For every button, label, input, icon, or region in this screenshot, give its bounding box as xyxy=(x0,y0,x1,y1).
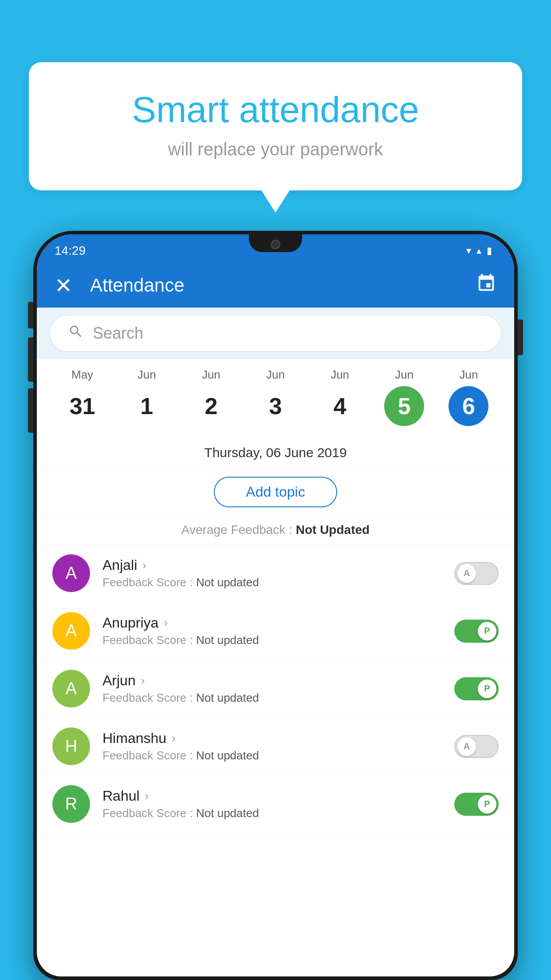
attendance-toggle[interactable]: P xyxy=(454,677,499,700)
speech-bubble: Smart attendance will replace your paper… xyxy=(29,62,522,190)
app-bar-title: Attendance xyxy=(90,275,458,296)
calendar-day-2[interactable]: Jun2 xyxy=(187,368,236,426)
attendance-toggle[interactable]: P xyxy=(454,793,499,816)
student-feedback: Feedback Score : Not updated xyxy=(102,749,442,763)
student-item: HHimanshu ›Feedback Score : Not updatedA xyxy=(37,718,514,775)
calendar-day-1[interactable]: Jun1 xyxy=(122,368,171,426)
calendar-days: May31Jun1Jun2Jun3Jun4Jun5Jun6 xyxy=(50,368,501,431)
attendance-toggle-container: P xyxy=(454,793,499,816)
phone-frame: 14:29 ▾ ▴ ▮ ✕ Attendance xyxy=(33,231,518,980)
student-avatar: R xyxy=(52,785,90,823)
student-name[interactable]: Anjali › xyxy=(102,557,442,573)
toggle-knob: A xyxy=(457,564,476,583)
student-avatar: A xyxy=(52,670,90,707)
speech-bubble-title: Smart attendance xyxy=(64,89,487,130)
add-topic-container: Add topic xyxy=(37,467,514,516)
status-icons: ▾ ▴ ▮ xyxy=(466,245,492,257)
selected-date-info: Thursday, 06 June 2019 xyxy=(37,437,514,467)
search-bar[interactable]: Search xyxy=(50,316,501,351)
student-name[interactable]: Himanshu › xyxy=(102,730,442,747)
calendar-button[interactable] xyxy=(476,273,496,298)
toggle-knob: P xyxy=(478,622,496,640)
speech-bubble-subtitle: will replace your paperwork xyxy=(64,139,487,159)
calendar-day-31[interactable]: May31 xyxy=(58,368,107,426)
chevron-right-icon: › xyxy=(164,616,168,630)
notch xyxy=(249,234,302,252)
volume-down-button xyxy=(28,337,33,382)
wifi-icon: ▾ xyxy=(466,245,471,257)
calendar-day-6[interactable]: Jun6 xyxy=(444,368,493,426)
avg-feedback-value: Not Updated xyxy=(296,523,370,537)
toggle-knob: P xyxy=(478,795,496,814)
search-container: Search xyxy=(37,308,514,359)
calendar-day-3[interactable]: Jun3 xyxy=(251,368,300,426)
phone-screen: 14:29 ▾ ▴ ▮ ✕ Attendance xyxy=(37,234,514,976)
app-bar: ✕ Attendance xyxy=(37,263,514,308)
search-placeholder: Search xyxy=(93,324,143,343)
attendance-toggle[interactable]: A xyxy=(454,562,499,585)
calendar-day-4[interactable]: Jun4 xyxy=(315,368,364,426)
add-topic-button[interactable]: Add topic xyxy=(214,477,337,507)
attendance-toggle[interactable]: P xyxy=(454,620,499,643)
toggle-knob: P xyxy=(478,680,496,698)
close-button[interactable]: ✕ xyxy=(55,273,72,298)
attendance-toggle[interactable]: A xyxy=(454,735,499,758)
calendar-strip: May31Jun1Jun2Jun3Jun4Jun5Jun6 xyxy=(37,359,514,437)
chevron-right-icon: › xyxy=(142,558,146,572)
volume-up-button xyxy=(28,302,33,328)
attendance-toggle-container: P xyxy=(454,677,499,700)
attendance-toggle-container: A xyxy=(454,562,499,585)
speech-bubble-container: Smart attendance will replace your paper… xyxy=(29,62,522,190)
student-feedback: Feedback Score : Not updated xyxy=(102,806,442,820)
power-button xyxy=(518,320,523,355)
attendance-toggle-container: P xyxy=(454,620,499,643)
avg-feedback-label: Average Feedback : Not Updated xyxy=(181,523,370,537)
attendance-toggle-container: A xyxy=(454,735,499,758)
calendar-day-5[interactable]: Jun5 xyxy=(380,368,429,426)
selected-date-label: Thursday, 06 June 2019 xyxy=(204,445,346,460)
status-time: 14:29 xyxy=(55,244,86,258)
student-list: AAnjali ›Feedback Score : Not updatedAAA… xyxy=(37,545,514,833)
student-name[interactable]: Anupriya › xyxy=(102,615,442,631)
student-name[interactable]: Arjun › xyxy=(102,672,442,689)
student-feedback: Feedback Score : Not updated xyxy=(102,633,442,647)
student-item: AAnupriya ›Feedback Score : Not updatedP xyxy=(37,602,514,660)
student-feedback: Feedback Score : Not updated xyxy=(102,576,442,589)
chevron-right-icon: › xyxy=(145,789,149,803)
search-icon xyxy=(68,324,84,344)
chevron-right-icon: › xyxy=(141,674,145,688)
student-item: RRahul ›Feedback Score : Not updatedP xyxy=(37,775,514,833)
student-avatar: H xyxy=(52,727,90,765)
battery-icon: ▮ xyxy=(487,245,492,257)
student-name[interactable]: Rahul › xyxy=(102,788,442,804)
chevron-right-icon: › xyxy=(172,731,176,745)
silent-button xyxy=(28,388,33,433)
signal-icon: ▴ xyxy=(476,245,481,257)
student-avatar: A xyxy=(52,612,90,650)
student-avatar: A xyxy=(52,554,90,592)
toggle-knob: A xyxy=(457,737,476,756)
student-item: AArjun ›Feedback Score : Not updatedP xyxy=(37,660,514,718)
student-item: AAnjali ›Feedback Score : Not updatedA xyxy=(37,545,514,602)
student-feedback: Feedback Score : Not updated xyxy=(102,691,442,705)
camera xyxy=(271,240,280,249)
average-feedback: Average Feedback : Not Updated xyxy=(37,516,514,545)
